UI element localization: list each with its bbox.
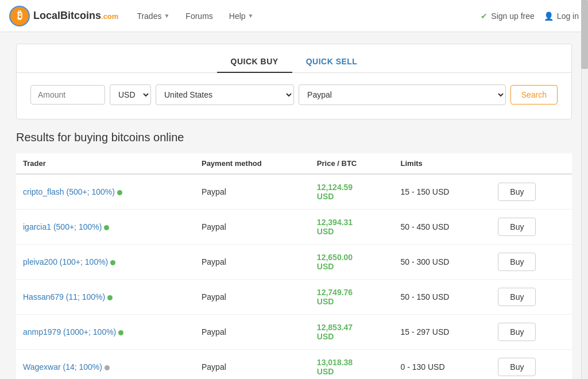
limits-cell: 50 - 300 USD: [394, 245, 492, 280]
navbar: ₿ LocalBitcoins.com Trades ▼ Forums Help…: [0, 0, 588, 32]
payment-cell: Paypal: [195, 315, 310, 350]
price-cell: 12,749.76USD: [310, 280, 394, 315]
quick-tabs: QUICK BUY QUICK SELL: [17, 44, 571, 73]
country-select[interactable]: United States United Kingdom Canada: [156, 85, 293, 105]
buy-cell: Buy: [491, 245, 572, 280]
table-row: pleiva200 (100+; 100%)Paypal12,650.00USD…: [16, 245, 572, 280]
currency-select[interactable]: USD EUR GBP: [110, 85, 150, 105]
results-table: Trader Payment method Price / BTC Limits…: [16, 153, 572, 379]
buy-cell: Buy: [491, 350, 572, 380]
table-row: Hassan679 (11; 100%)Paypal12,749.76USD50…: [16, 280, 572, 315]
limits-cell: 15 - 297 USD: [394, 315, 492, 350]
online-indicator: [117, 190, 122, 195]
price-cell: 12,853.47USD: [310, 315, 394, 350]
limits-cell: 0 - 130 USD: [394, 350, 492, 380]
price-cell: 13,018.38USD: [310, 350, 394, 380]
offline-indicator: [105, 365, 110, 370]
brand-link[interactable]: ₿ LocalBitcoins.com: [9, 6, 118, 26]
payment-cell: Paypal: [195, 280, 310, 315]
online-indicator: [104, 225, 109, 230]
tab-quick-sell[interactable]: QUICK SELL: [292, 51, 372, 73]
payment-cell: Paypal: [195, 174, 310, 210]
online-indicator: [110, 260, 115, 265]
trader-link[interactable]: anmp1979 (1000+; 100%): [23, 327, 116, 337]
limits-cell: 15 - 150 USD: [394, 174, 492, 210]
col-payment: Payment method: [195, 153, 310, 174]
table-header: Trader Payment method Price / BTC Limits: [16, 153, 572, 174]
currency-select-wrap: USD EUR GBP: [110, 84, 151, 105]
buy-button[interactable]: Buy: [498, 323, 536, 341]
trader-cell: anmp1979 (1000+; 100%): [16, 315, 195, 350]
trader-cell: cripto_flash (500+; 100%): [16, 174, 195, 210]
user-icon: 👤: [544, 11, 554, 21]
table-row: cripto_flash (500+; 100%)Paypal12,124.59…: [16, 174, 572, 210]
limits-cell: 50 - 450 USD: [394, 210, 492, 245]
buy-button[interactable]: Buy: [498, 218, 536, 236]
table-row: igarcia1 (500+; 100%)Paypal12,394.31USD5…: [16, 210, 572, 245]
col-price: Price / BTC: [310, 153, 394, 174]
price-cell: 12,124.59USD: [310, 174, 394, 210]
country-select-wrap: United States United Kingdom Canada: [156, 84, 294, 105]
buy-cell: Buy: [491, 280, 572, 315]
brand-logo-icon: ₿: [9, 6, 30, 26]
payment-select-wrap: Paypal Bank Transfer Cash: [299, 84, 506, 105]
quick-form: USD EUR GBP United States United Kingdom…: [17, 73, 571, 119]
scrollbar-track[interactable]: [581, 0, 588, 379]
payment-cell: Paypal: [195, 350, 310, 380]
check-icon: ✔: [481, 11, 488, 21]
col-trader: Trader: [16, 153, 195, 174]
login-link[interactable]: 👤 Log in: [544, 11, 579, 21]
nav-items: Trades ▼ Forums Help ▼: [130, 7, 481, 25]
price-cell: 12,394.31USD: [310, 210, 394, 245]
payment-cell: Paypal: [195, 245, 310, 280]
buy-cell: Buy: [491, 174, 572, 210]
trader-cell: pleiva200 (100+; 100%): [16, 245, 195, 280]
buy-button[interactable]: Buy: [498, 358, 536, 376]
table-body: cripto_flash (500+; 100%)Paypal12,124.59…: [16, 174, 572, 379]
search-button[interactable]: Search: [510, 85, 558, 105]
col-action: [491, 153, 572, 174]
trader-link[interactable]: pleiva200 (100+; 100%): [23, 257, 108, 266]
main-content: QUICK BUY QUICK SELL USD EUR GBP United …: [7, 44, 581, 379]
trader-link[interactable]: Hassan679 (11; 100%): [23, 292, 105, 301]
buy-button[interactable]: Buy: [498, 288, 536, 306]
trader-cell: igarcia1 (500+; 100%): [16, 210, 195, 245]
table-row: anmp1979 (1000+; 100%)Paypal12,853.47USD…: [16, 315, 572, 350]
nav-right: ✔ Sign up free 👤 Log in: [481, 11, 579, 21]
amount-input[interactable]: [30, 85, 105, 105]
trader-link[interactable]: cripto_flash (500+; 100%): [23, 187, 115, 196]
scrollbar-thumb[interactable]: [581, 0, 588, 69]
online-indicator: [107, 295, 113, 300]
buy-button[interactable]: Buy: [498, 183, 536, 201]
quick-box: QUICK BUY QUICK SELL USD EUR GBP United …: [16, 44, 572, 119]
buy-cell: Buy: [491, 315, 572, 350]
table-row: Wagexwar (14; 100%)Paypal13,018.38USD0 -…: [16, 350, 572, 380]
trader-cell: Wagexwar (14; 100%): [16, 350, 195, 380]
limits-cell: 50 - 150 USD: [394, 280, 492, 315]
brand-name: LocalBitcoins.com: [33, 10, 118, 22]
trades-dropdown-arrow: ▼: [164, 13, 169, 19]
trader-link[interactable]: igarcia1 (500+; 100%): [23, 222, 102, 231]
trader-cell: Hassan679 (11; 100%): [16, 280, 195, 315]
payment-select[interactable]: Paypal Bank Transfer Cash: [299, 85, 505, 105]
payment-cell: Paypal: [195, 210, 310, 245]
trader-link[interactable]: Wagexwar (14; 100%): [23, 362, 102, 372]
buy-cell: Buy: [491, 210, 572, 245]
nav-forums[interactable]: Forums: [179, 7, 219, 25]
price-cell: 12,650.00USD: [310, 245, 394, 280]
online-indicator: [118, 330, 123, 335]
tab-quick-buy[interactable]: QUICK BUY: [217, 51, 292, 73]
signup-link[interactable]: ✔ Sign up free: [481, 11, 535, 21]
col-limits: Limits: [394, 153, 492, 174]
buy-button[interactable]: Buy: [498, 253, 536, 271]
nav-help[interactable]: Help ▼: [222, 7, 261, 25]
results-heading: Results for buying bitcoins online: [16, 131, 572, 144]
nav-trades[interactable]: Trades ▼: [130, 7, 176, 25]
help-dropdown-arrow: ▼: [248, 13, 254, 19]
